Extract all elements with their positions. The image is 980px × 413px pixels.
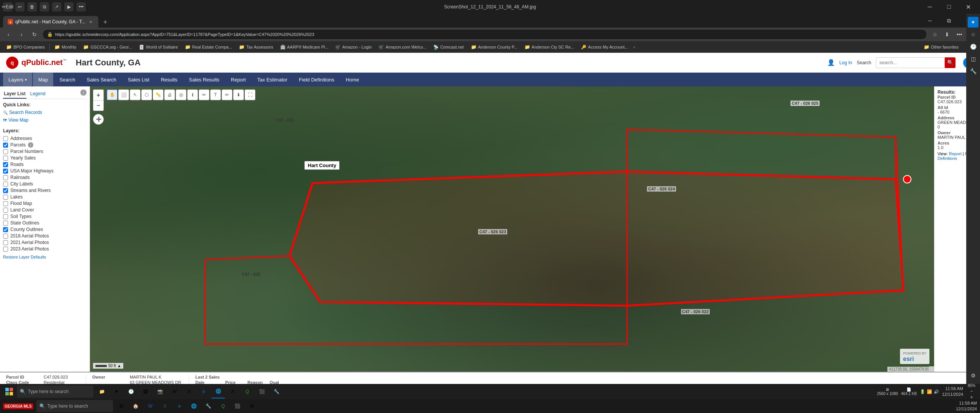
sidebar-history[interactable]: 🕐 <box>968 41 978 52</box>
aerial-2018-checkbox[interactable] <box>3 234 8 239</box>
maximize-button[interactable]: □ <box>940 0 958 14</box>
map-area[interactable]: ✋ ⬜ ↖ ⬡ 📏 🖨 ◎ ℹ ✏ T ✏ ⬇ ⛶ + − ✛ <box>90 86 934 372</box>
panel-info-button[interactable]: i <box>80 89 87 96</box>
lakes-checkbox[interactable] <box>3 195 8 200</box>
bookmark-monthly[interactable]: 📁 Monthly <box>51 43 80 51</box>
tb2-quickbooks[interactable]: Q <box>216 399 230 413</box>
tab-legend[interactable]: Legend <box>29 89 46 99</box>
header-search-button[interactable]: 🔍 <box>945 57 956 68</box>
county-outlines-checkbox[interactable] <box>3 227 8 232</box>
nav-report[interactable]: Report <box>225 73 251 86</box>
railroads-checkbox[interactable] <box>3 175 8 180</box>
compass-button[interactable]: ✛ <box>93 114 104 125</box>
resize-handle[interactable] <box>929 366 934 372</box>
download-button[interactable]: ⬇ <box>942 29 952 40</box>
favorites-button[interactable]: ☆ <box>929 29 940 40</box>
yearly-sales-checkbox[interactable] <box>3 156 8 161</box>
export-tool[interactable]: ⬇ <box>233 89 244 100</box>
nav-sales-results[interactable]: Sales Results <box>184 73 225 86</box>
more-nav-button[interactable]: ••• <box>954 29 965 40</box>
nav-search[interactable]: Search <box>54 73 80 86</box>
more-button[interactable]: ••• <box>77 2 86 11</box>
back-button[interactable]: ‹ <box>3 29 14 40</box>
login-link[interactable]: Log In <box>840 60 852 65</box>
taskbar-clock-display[interactable]: 11:56 AM 12/11/2024 <box>942 386 963 398</box>
sketch-tool[interactable]: ✏ <box>222 89 232 100</box>
taskbar-word[interactable]: W <box>168 385 181 398</box>
bookmark-amazon-welco[interactable]: 🛒 Amazon.com Welco... <box>376 43 430 51</box>
share-button[interactable]: ↗ <box>52 2 61 11</box>
bookmark-comcast[interactable]: 📡 Comcast.net <box>430 43 467 51</box>
streams-checkbox[interactable] <box>3 188 8 193</box>
nav-tax-estimator[interactable]: Tax Estimator <box>252 73 293 86</box>
bookmark-realestate[interactable]: 📁 Real Estate Compa... <box>182 43 235 51</box>
bookmark-bpo[interactable]: 📁 BPO Companies <box>3 43 48 51</box>
bookmark-taxassessors[interactable]: 📁 Tax Assessors <box>236 43 276 51</box>
bookmark-amazon-login[interactable]: 🛒 Amazon - Login <box>332 43 375 51</box>
taskbar-heart[interactable]: ♥ <box>109 385 123 398</box>
refresh-button[interactable]: ↻ <box>29 29 40 40</box>
city-labels-checkbox[interactable] <box>3 182 8 187</box>
nav-home[interactable]: Home <box>340 73 364 86</box>
tab-layer-list[interactable]: Layer List <box>3 89 26 99</box>
tab-close-button[interactable]: ✕ <box>88 19 94 25</box>
zoom-out-button[interactable]: − <box>93 100 104 111</box>
second-clock[interactable]: 11:58 AM 12/11/2024 <box>956 400 977 412</box>
land-cover-checkbox[interactable] <box>3 208 8 213</box>
soil-types-checkbox[interactable] <box>3 214 8 219</box>
tb2-edge[interactable]: e <box>173 399 186 413</box>
bookmark-anderson-p[interactable]: 📁 Anderson County P... <box>468 43 521 51</box>
bookmark-anderson-sc[interactable]: 📁 Anderson Cty SC Re... <box>521 43 577 51</box>
restore-defaults-link[interactable]: Restore Layer Defaults <box>3 255 87 259</box>
flood-map-checkbox[interactable] <box>3 201 8 206</box>
copy-button[interactable]: ⧉ <box>40 2 49 11</box>
minimize-button[interactable]: ─ <box>921 0 939 14</box>
bookmark-other-favorites[interactable]: 📁 Other favorites <box>921 43 962 51</box>
tb2-word[interactable]: W <box>144 399 157 413</box>
aerial-2023-checkbox[interactable] <box>3 247 8 252</box>
sidebar-tools[interactable]: 🔧 <box>968 66 978 76</box>
browser-restore[interactable]: ⧉ <box>940 14 958 28</box>
sidebar-favorites[interactable]: ☆ <box>968 29 978 40</box>
header-search-input[interactable] <box>876 57 945 68</box>
buffer-tool[interactable]: ◎ <box>176 89 186 100</box>
bookmarks-overflow[interactable]: › <box>634 45 635 49</box>
parcel-numbers-checkbox[interactable] <box>3 149 8 154</box>
tb2-terminal[interactable]: ⬛ <box>231 399 245 413</box>
start-button[interactable] <box>3 385 15 398</box>
taskbar-adobe[interactable]: A <box>226 385 240 398</box>
parcels-info-button[interactable]: i <box>28 142 33 148</box>
nav-results[interactable]: Results <box>155 73 183 86</box>
second-taskbar-search[interactable]: 🔍 Type here to search <box>36 400 113 412</box>
taskbar-gallery[interactable]: 🖼 <box>139 385 152 398</box>
taskbar-app2[interactable]: 🔧 <box>270 385 283 398</box>
address-bar[interactable]: 🔒 https://qpublic.schneidercorp.com/Appl… <box>42 29 927 40</box>
annotate-tool[interactable]: T <box>210 89 221 100</box>
tb2-app1[interactable]: 🔧 <box>202 399 216 413</box>
aerial-2021-checkbox[interactable] <box>3 240 8 245</box>
identify-tool[interactable]: ℹ <box>187 89 198 100</box>
browser-minimize[interactable]: ─ <box>921 14 939 28</box>
tb2-web[interactable]: 🌐 <box>187 399 201 413</box>
nav-layers[interactable]: Layers ▾ <box>3 73 32 86</box>
taskbar-edge-active[interactable]: 🌐 <box>211 385 225 398</box>
nav-sales-search[interactable]: Sales Search <box>82 73 122 86</box>
nav-map[interactable]: Map <box>33 73 53 86</box>
bookmark-solitaire[interactable]: 🃏 World of Solitaire <box>136 43 181 51</box>
taskbar-quickbooks[interactable]: Q <box>240 385 254 398</box>
video-button[interactable]: ▶ <box>64 2 74 11</box>
nav-sales-list[interactable]: Sales List <box>122 73 155 86</box>
sidebar-copilot[interactable]: ✦ <box>968 17 978 28</box>
taskbar-search-box[interactable]: 🔍 Type here to search <box>17 385 93 398</box>
zoom-area-tool[interactable]: ⬜ <box>118 89 129 100</box>
delete-button[interactable]: 🗑 <box>28 2 37 11</box>
forward-button[interactable]: › <box>16 29 27 40</box>
parcels-checkbox[interactable] <box>3 143 8 148</box>
pan-tool[interactable]: ✋ <box>107 89 118 100</box>
select-tool[interactable]: ↖ <box>130 89 140 100</box>
tb2-app2[interactable]: ⚙ <box>245 399 259 413</box>
taskbar-excel[interactable]: X <box>182 385 196 398</box>
print-tool[interactable]: 🖨 <box>164 89 175 100</box>
taskbar-file-explorer[interactable]: 📁 <box>95 385 109 398</box>
roads-checkbox[interactable] <box>3 162 8 167</box>
